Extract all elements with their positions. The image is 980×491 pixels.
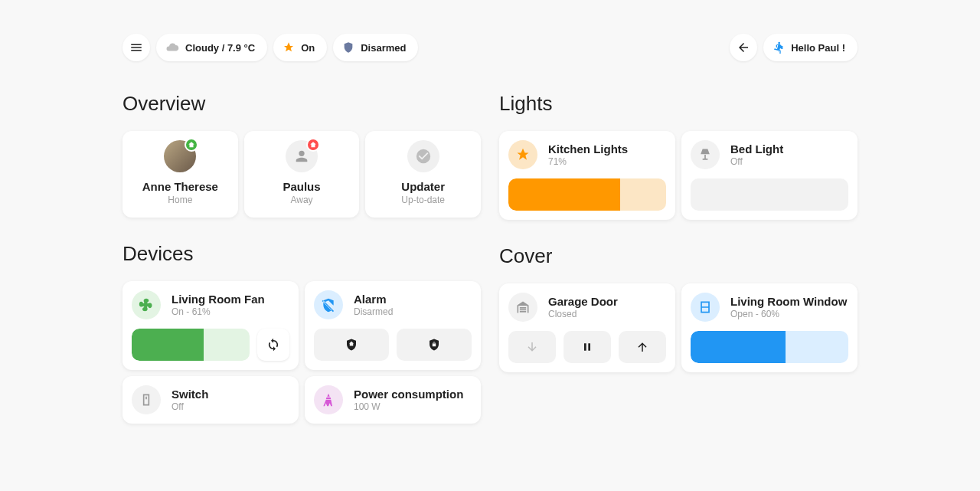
switch-status: Off: [172, 401, 289, 412]
light-name: Kitchen Lights: [548, 142, 666, 155]
garage-card[interactable]: Garage Door Closed: [499, 283, 675, 372]
bed-light-card[interactable]: Bed Light Off: [681, 131, 858, 220]
updater-icon: [407, 140, 439, 172]
power-card[interactable]: Power consumption 100 W: [305, 376, 481, 424]
lights-chip-label: On: [301, 42, 315, 54]
weather-chip[interactable]: Cloudy / 7.9 °C: [156, 34, 267, 61]
fan-status: On - 61%: [172, 306, 289, 317]
header-chips: Cloudy / 7.9 °C On Disarmed: [122, 34, 858, 61]
fan-name: Living Room Fan: [172, 293, 289, 306]
greeting-chip[interactable]: Hello Paul !: [763, 34, 858, 61]
light-status: Off: [730, 156, 848, 167]
arrow-left-icon: [737, 41, 750, 54]
person-walk-icon: [773, 41, 785, 54]
switch-card[interactable]: Switch Off: [122, 376, 299, 424]
lights-icon: [283, 41, 295, 54]
updater-name: Updater: [401, 180, 445, 193]
cloudy-icon: [165, 41, 179, 54]
arm-home-button[interactable]: [314, 329, 389, 361]
switch-icon: [132, 385, 161, 414]
garage-status: Closed: [548, 309, 666, 319]
cover-close-button[interactable]: [508, 331, 556, 363]
alarm-card[interactable]: Alarm Disarmed: [305, 281, 481, 370]
arrow-down-icon: [525, 340, 539, 354]
transmission-tower-icon: [314, 385, 343, 414]
lamp-icon: [691, 140, 720, 169]
alarm-status: Disarmed: [354, 306, 472, 317]
person-status: Home: [168, 195, 192, 205]
switch-name: Switch: [172, 388, 289, 401]
alarm-chip[interactable]: Disarmed: [333, 34, 418, 61]
lights-title: Lights: [499, 92, 858, 116]
weather-label: Cloudy / 7.9 °C: [185, 42, 255, 54]
arrow-up-icon: [635, 340, 649, 354]
overview-title: Overview: [122, 92, 481, 116]
updater-card[interactable]: Updater Up-to-date: [365, 131, 481, 218]
person-card-anne[interactable]: Anne Therese Home: [122, 131, 238, 218]
window-card[interactable]: Living Room Window Open - 60%: [681, 283, 858, 372]
pause-icon: [581, 341, 593, 353]
kitchen-lights-card[interactable]: Kitchen Lights 71%: [499, 131, 675, 220]
back-button[interactable]: [730, 34, 757, 61]
fan-icon: [132, 290, 161, 319]
alarm-chip-label: Disarmed: [361, 42, 406, 54]
fan-slider[interactable]: [132, 329, 250, 361]
window-icon: [691, 293, 720, 322]
window-status: Open - 60%: [730, 309, 848, 319]
greeting-label: Hello Paul !: [791, 42, 845, 54]
shield-home-icon: [345, 338, 358, 352]
lights-chip[interactable]: On: [273, 34, 327, 61]
menu-icon: [129, 41, 143, 54]
fan-card[interactable]: Living Room Fan On - 61%: [122, 281, 299, 370]
menu-button[interactable]: [122, 34, 150, 61]
devices-title: Devices: [122, 242, 481, 266]
window-name: Living Room Window: [730, 295, 848, 308]
away-badge-icon: [306, 138, 320, 152]
garage-icon: [508, 293, 537, 322]
garage-name: Garage Door: [548, 295, 666, 308]
person-name: Anne Therese: [142, 180, 218, 193]
window-slider[interactable]: [691, 331, 848, 363]
cover-title: Cover: [499, 244, 858, 268]
shield-lock-icon: [427, 338, 441, 352]
power-status: 100 W: [354, 401, 472, 412]
alarm-name: Alarm: [354, 293, 472, 306]
arm-away-button[interactable]: [397, 329, 472, 361]
person-card-paulus[interactable]: Paulus Away: [244, 131, 360, 218]
person-status: Away: [290, 195, 312, 205]
shield-icon: [342, 41, 354, 54]
updater-status: Up-to-date: [401, 195, 445, 205]
light-status: 71%: [548, 156, 666, 167]
cover-open-button[interactable]: [619, 331, 666, 363]
fan-oscillate-button[interactable]: [257, 329, 289, 361]
power-name: Power consumption: [354, 388, 472, 401]
shield-off-icon: [314, 290, 343, 319]
bed-light-slider[interactable]: [691, 178, 848, 211]
light-on-icon: [508, 140, 537, 169]
kitchen-light-slider[interactable]: [508, 178, 666, 211]
cover-stop-button[interactable]: [564, 331, 611, 363]
home-badge-icon: [185, 138, 198, 152]
sync-icon: [266, 338, 280, 352]
light-name: Bed Light: [730, 142, 848, 155]
person-name: Paulus: [283, 180, 320, 193]
